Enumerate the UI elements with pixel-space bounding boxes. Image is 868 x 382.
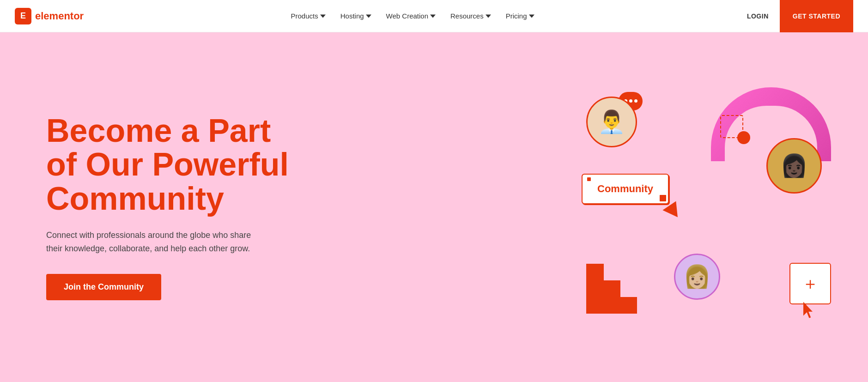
chevron-down-icon	[529, 13, 534, 19]
chevron-down-icon	[430, 13, 436, 19]
nav-item-products[interactable]: Products	[285, 8, 332, 24]
chevron-down-icon	[320, 13, 326, 19]
avatar-person1: 👨‍💼	[586, 97, 637, 147]
logo-text: elementor	[35, 10, 84, 22]
nav-item-web-creation[interactable]: Web Creation	[380, 8, 442, 24]
staircase-decoration	[586, 263, 637, 314]
nav-item-pricing[interactable]: Pricing	[499, 8, 541, 24]
hero-description: Connect with professionals around the gl…	[46, 229, 268, 255]
chevron-down-icon	[486, 13, 491, 19]
login-button[interactable]: LOGIN	[741, 9, 774, 24]
orange-dot-decoration	[737, 131, 750, 144]
nav-item-resources[interactable]: Resources	[444, 8, 498, 24]
cursor-icon	[803, 302, 817, 318]
community-card: Community	[582, 174, 669, 204]
get-started-button[interactable]: GET STARTED	[780, 0, 853, 32]
nav-actions: LOGIN GET STARTED	[741, 0, 853, 32]
nav-item-hosting[interactable]: Hosting	[334, 8, 378, 24]
avatar-person3: 👩🏼	[674, 254, 720, 300]
logo[interactable]: E elementor	[15, 8, 84, 24]
avatar-person2: 👩🏿	[766, 138, 822, 194]
hero-section: Become a Part of Our Powerful Community …	[0, 32, 868, 382]
join-community-button[interactable]: Join the Community	[46, 274, 161, 300]
plus-card-decoration: ＋	[789, 263, 831, 304]
hero-title: Become a Part of Our Powerful Community	[46, 114, 289, 216]
navbar: E elementor Products Hosting Web Creatio…	[0, 0, 868, 32]
hero-illustration: 👨‍💼 Community 👩🏿 👩🏼	[572, 87, 831, 327]
chevron-down-icon	[366, 13, 371, 19]
nav-links: Products Hosting Web Creation Resources …	[285, 8, 541, 24]
hero-content: Become a Part of Our Powerful Community …	[46, 114, 289, 300]
plus-icon: ＋	[802, 275, 819, 292]
logo-icon: E	[15, 8, 31, 24]
